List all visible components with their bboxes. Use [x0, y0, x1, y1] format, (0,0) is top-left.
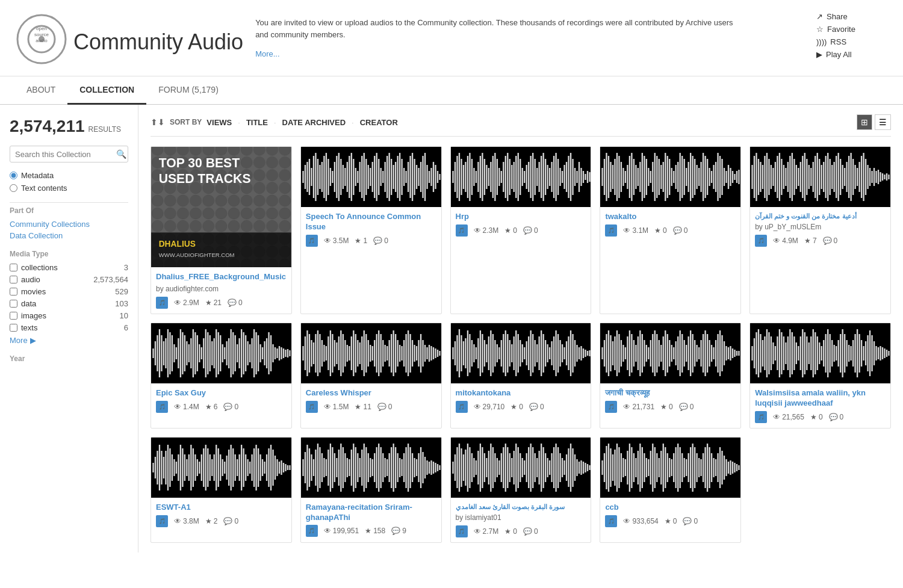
- comment-count: 💬 0: [228, 299, 243, 307]
- svg-rect-163: [629, 156, 630, 198]
- svg-rect-794: [538, 451, 539, 484]
- sort-title[interactable]: TITLE: [246, 118, 268, 127]
- list-item[interactable]: Hrp 🎵 👁 2.3M ★ 0 💬 0: [450, 146, 592, 314]
- svg-rect-443: [504, 330, 506, 376]
- svg-rect-836: [636, 458, 637, 477]
- data-checkbox[interactable]: [10, 300, 17, 308]
- search-input[interactable]: [15, 150, 116, 159]
- svg-rect-137: [565, 162, 566, 192]
- svg-rect-420: [456, 335, 458, 371]
- svg-rect-829: [621, 453, 622, 482]
- star-count: ★ 11: [355, 403, 371, 411]
- svg-rect-855: [675, 447, 677, 488]
- svg-text:DHALIUS: DHALIUS: [159, 240, 196, 249]
- more-link[interactable]: More...: [255, 49, 279, 58]
- svg-rect-717: [367, 453, 368, 482]
- play-all-action[interactable]: ▶ Play All: [816, 50, 889, 59]
- svg-rect-651: [220, 454, 221, 481]
- list-item[interactable]: twakalto 🎵 👁 3.1M ★ 0 💬 0: [600, 146, 741, 314]
- svg-rect-595: [842, 329, 843, 377]
- svg-rect-331: [251, 338, 252, 368]
- star-count: ★ 1: [355, 237, 367, 245]
- list-item[interactable]: mitokantokana 🎵 👁 29,710 ★ 0 💬 0: [450, 323, 592, 429]
- svg-rect-847: [659, 458, 660, 477]
- svg-rect-737: [409, 447, 411, 488]
- view-count: 👁 3.5M: [324, 237, 349, 245]
- sort-date[interactable]: DATE ARCHIVED: [282, 118, 346, 127]
- audio-checkbox[interactable]: [10, 276, 17, 283]
- list-item[interactable]: Ramayana-recitation Sriram-ghanapAThi 🎵 …: [300, 437, 442, 543]
- svg-rect-637: [190, 445, 191, 491]
- grid-view-toggle[interactable]: ⊞: [857, 114, 872, 130]
- svg-rect-181: [667, 156, 668, 198]
- svg-rect-308: [203, 338, 204, 368]
- list-item[interactable]: ESWT-A1 🎵 👁 3.8M ★ 2 💬 0: [150, 437, 292, 543]
- svg-rect-518: [671, 345, 672, 362]
- svg-rect-190: [686, 168, 687, 186]
- list-item[interactable]: ccb 🎵 👁 933,654 ★ 0 💬 0: [600, 437, 741, 543]
- svg-rect-23: [317, 159, 318, 195]
- share-action[interactable]: ↗ Share: [816, 12, 889, 21]
- favorite-action[interactable]: ☆ Favorite: [816, 25, 889, 34]
- metadata-radio[interactable]: Metadata: [10, 171, 128, 180]
- svg-rect-627: [169, 448, 170, 487]
- svg-rect-700: [332, 447, 333, 488]
- svg-text:audio: audio: [36, 38, 48, 43]
- list-item[interactable]: Careless Whisper 🎵 👁 1.5M ★ 11 💬 0: [300, 323, 442, 429]
- svg-rect-188: [681, 156, 683, 198]
- svg-rect-90: [467, 156, 468, 198]
- svg-rect-305: [197, 335, 198, 371]
- svg-rect-843: [650, 451, 651, 484]
- list-item[interactable]: سورة البقرة بصوت القارئ سعد الغامدي by i…: [450, 437, 592, 543]
- svg-rect-301: [188, 344, 190, 362]
- svg-rect-735: [405, 447, 406, 488]
- community-collections-link[interactable]: Community Collections: [10, 220, 128, 229]
- svg-rect-463: [547, 344, 548, 362]
- svg-rect-524: [684, 340, 685, 367]
- svg-rect-142: [576, 171, 577, 183]
- list-item[interactable]: TOP 30 BEST USED TRACKS DHALIUS WWW.AUDI…: [150, 146, 292, 314]
- tab-forum[interactable]: FORUM (5,179): [146, 76, 231, 105]
- list-item[interactable]: जगाची चक्रव्यूह 🎵 👁 21,731 ★ 0 💬 0: [600, 323, 741, 429]
- svg-rect-177: [659, 159, 660, 195]
- svg-rect-866: [698, 458, 700, 477]
- list-view-toggle[interactable]: ☰: [875, 114, 891, 130]
- list-item[interactable]: Speech To Announce Common Issue 🎵 👁 3.5M…: [300, 146, 442, 314]
- search-button[interactable]: 🔍: [116, 149, 126, 159]
- svg-rect-404: [414, 345, 415, 362]
- svg-rect-509: [653, 334, 654, 373]
- view-count: 👁 2.3M: [474, 226, 499, 235]
- sort-creator[interactable]: CREATOR: [360, 118, 398, 127]
- item-thumbnail: [451, 323, 591, 383]
- search-bar[interactable]: 🔍: [10, 146, 128, 162]
- data-collection-link[interactable]: Data Collection: [10, 231, 128, 240]
- svg-rect-256: [834, 162, 835, 192]
- tab-collection[interactable]: COLLECTION: [67, 76, 146, 105]
- list-item[interactable]: Walsimsiisa amala waliin, ykn luqqisii j…: [749, 323, 891, 429]
- text-contents-radio[interactable]: Text contents: [10, 184, 128, 193]
- svg-rect-747: [430, 460, 432, 475]
- images-checkbox[interactable]: [10, 312, 17, 320]
- list-item[interactable]: أدعية مختارة من القنوت و ختم القرآن by u…: [749, 146, 891, 314]
- rss-action[interactable]: )))) RSS: [816, 37, 889, 46]
- item-info: أدعية مختارة من القنوت و ختم القرآن by u…: [750, 207, 890, 252]
- more-media-types[interactable]: More ▶: [10, 336, 128, 345]
- texts-checkbox[interactable]: [10, 324, 17, 332]
- svg-rect-139: [569, 153, 571, 201]
- svg-rect-615: [884, 348, 886, 358]
- star-count: ★ 0: [660, 403, 673, 411]
- svg-rect-437: [492, 334, 493, 373]
- svg-rect-292: [169, 332, 170, 374]
- tab-about[interactable]: ABOUT: [14, 76, 67, 105]
- svg-rect-80: [437, 171, 438, 183]
- sort-views[interactable]: VIEWS: [206, 118, 232, 127]
- svg-rect-418: [452, 347, 453, 359]
- list-item[interactable]: Epic Sax Guy 🎵 👁 1.4M ★ 6 💬 0: [150, 323, 292, 429]
- svg-rect-30: [332, 171, 333, 183]
- svg-rect-357: [315, 334, 316, 373]
- collections-checkbox[interactable]: [10, 264, 17, 271]
- movies-checkbox[interactable]: [10, 288, 17, 296]
- svg-rect-487: [606, 334, 607, 373]
- svg-rect-249: [819, 159, 820, 195]
- svg-rect-439: [496, 344, 497, 362]
